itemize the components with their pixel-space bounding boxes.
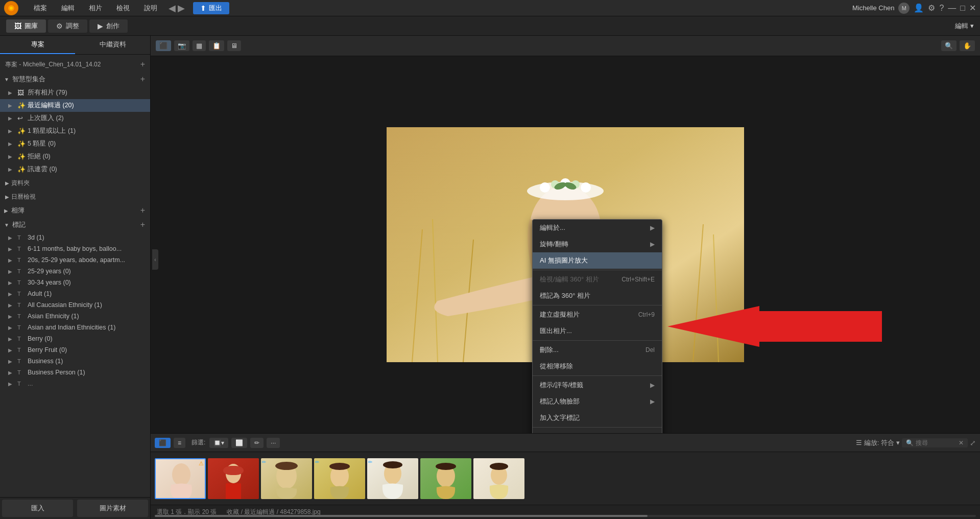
filmstrip-single-btn[interactable]: ⬛	[155, 438, 171, 448]
tab-project[interactable]: 專案	[0, 36, 75, 54]
compare-view-btn[interactable]: 📷	[174, 40, 189, 51]
tag-add-icon[interactable]: +	[140, 220, 145, 229]
thumbnail-3[interactable]: ✏	[261, 458, 312, 499]
tag-item-more[interactable]: ▶ T ...	[0, 378, 150, 389]
fullscreen-btn[interactable]: 🖥	[227, 40, 241, 51]
export-button[interactable]: ⬆ 匯出	[193, 2, 229, 14]
thumbnail-4[interactable]: ✏	[314, 458, 365, 499]
search-input[interactable]	[916, 439, 957, 446]
filter-dropdown-btn[interactable]: 🔲 ▾	[209, 438, 228, 448]
sidebar-item-recent-edited[interactable]: ▶ ✨ 最近編輯過 (20)	[0, 99, 150, 112]
context-rate-tag[interactable]: 標示/評等/標籤 ▶	[533, 377, 662, 393]
context-remove-from-album[interactable]: 從相簿移除	[533, 358, 662, 374]
thumbnail-1[interactable]: ⚠	[155, 458, 206, 499]
sort-dropdown[interactable]: ☰ 編放: 符合 ▾	[856, 438, 900, 447]
menu-photo[interactable]: 相片	[86, 3, 105, 14]
filmstrip-search-bar[interactable]: 🔍 ✕	[902, 438, 968, 447]
tag-item-asian[interactable]: ▶ T Asian Ethnicity (1)	[0, 311, 150, 322]
panel-toggle[interactable]: ‹	[152, 249, 158, 270]
tag-icon: T	[17, 381, 26, 387]
tab-intermediate[interactable]: 中繼資料	[75, 36, 150, 54]
calendar-section[interactable]: ▶ 日曆檢視	[0, 190, 150, 203]
edit-badge: ✏	[315, 459, 319, 465]
tag-item-25-29[interactable]: ▶ T 25-29 years (0)	[0, 266, 150, 277]
tag-section[interactable]: ▼ 標記 +	[0, 218, 150, 232]
menu-edit[interactable]: 編輯	[58, 3, 78, 14]
menu-file[interactable]: 檔案	[31, 3, 50, 14]
stock-button[interactable]: 圖片素材	[77, 500, 148, 517]
context-add-text-tag[interactable]: 加入文字標記	[533, 410, 662, 426]
settings-icon[interactable]: ⚙	[928, 3, 935, 13]
maximize-icon[interactable]: □	[960, 4, 965, 13]
context-export[interactable]: 匯出相片...	[533, 323, 662, 339]
context-virtual-photo[interactable]: 建立虛擬相片 Ctrl+9	[533, 306, 662, 323]
five-star-label: 5 顆星 (0)	[28, 139, 146, 148]
thumbnail-5[interactable]: ✏	[367, 458, 418, 499]
sidebar-item-one-star[interactable]: ▶ ✨ 1 顆星或以上 (1)	[0, 125, 150, 137]
tag-item-3d[interactable]: ▶ T 3d (1)	[0, 232, 150, 243]
thumbnail-2[interactable]	[208, 458, 259, 499]
tag-item-20s[interactable]: ▶ T 20s, 25-29 years, abode, apartm...	[0, 254, 150, 266]
mode-create-btn[interactable]: ▶ 創作	[89, 19, 128, 33]
filter-more-btn[interactable]: ···	[267, 438, 280, 448]
tag-item-caucasian[interactable]: ▶ T All Caucasian Ethnicity (1)	[0, 299, 150, 311]
tag-item-adult[interactable]: ▶ T Adult (1)	[0, 288, 150, 299]
tag-icon: T	[17, 291, 26, 297]
thumbnail-7[interactable]	[473, 458, 524, 499]
help-icon[interactable]: ?	[939, 4, 944, 13]
thumbnail-6[interactable]	[420, 458, 471, 499]
smart-collection-add-icon[interactable]: +	[140, 75, 145, 84]
edit-badge: ✏	[262, 459, 266, 465]
tag-item-berry[interactable]: ▶ T Berry (0)	[0, 333, 150, 344]
tag-item-business-person[interactable]: ▶ T Business Person (1)	[0, 367, 150, 378]
tag-item-baby[interactable]: ▶ T 6-11 months, baby boys, balloo...	[0, 243, 150, 254]
mode-adjust-btn[interactable]: ⚙ 調整	[48, 19, 87, 33]
search-tool-btn[interactable]: 🔍	[941, 40, 957, 51]
pan-tool-btn[interactable]: ✋	[960, 40, 975, 51]
folder-section[interactable]: ▶ 資料夾	[0, 176, 150, 190]
user-section: Michelle Chen M 👤 ⚙ ? — □ ✕	[852, 3, 976, 14]
sidebar-item-last-import[interactable]: ▶ ↩ 上次匯入 (2)	[0, 112, 150, 125]
project-add-icon[interactable]: +	[140, 60, 145, 69]
nav-forward[interactable]: ▶	[178, 3, 185, 14]
mode-library-btn[interactable]: 🖼 圖庫	[6, 19, 46, 33]
edit-dropdown[interactable]: 編輯 ▾	[955, 21, 974, 31]
tag-item-business[interactable]: ▶ T Business (1)	[0, 356, 150, 367]
album-arrow-icon: ▶	[4, 208, 8, 214]
context-delete[interactable]: 刪除... Del	[533, 342, 662, 358]
filter-aspect-btn[interactable]: ⬜	[231, 438, 247, 448]
context-edit-in[interactable]: 編輯於... ▶	[533, 220, 662, 236]
nav-back[interactable]: ◀	[169, 3, 176, 14]
sidebar-item-cloud[interactable]: ▶ ✨ 訊連雲 (0)	[0, 163, 150, 176]
sidebar-item-rejected[interactable]: ▶ ✨ 拒絕 (0)	[0, 150, 150, 163]
menu-view[interactable]: 檢視	[113, 3, 133, 14]
sidebar-item-five-star[interactable]: ▶ ✨ 5 顆星 (0)	[0, 137, 150, 150]
context-tag-face[interactable]: 標記人物臉部 ▶	[533, 393, 662, 410]
context-mark-360[interactable]: 標記為 360° 相片	[533, 288, 662, 304]
minimize-icon[interactable]: —	[948, 4, 956, 13]
expand-icon[interactable]: ⤢	[970, 439, 976, 447]
tag-item-asian-indian[interactable]: ▶ T Asian and Indian Ethnicities (1)	[0, 322, 150, 333]
user-avatar[interactable]: M	[898, 3, 910, 14]
tag-icon: T	[17, 234, 26, 241]
album-add-icon[interactable]: +	[140, 206, 145, 215]
menu-help[interactable]: 說明	[141, 3, 160, 14]
filmstrip-list-btn[interactable]: ≡	[174, 438, 185, 448]
search-clear-icon[interactable]: ✕	[959, 439, 964, 446]
tag-item-berry-fruit[interactable]: ▶ T Berry Fruit (0)	[0, 344, 150, 356]
import-button[interactable]: 匯入	[2, 500, 73, 517]
main-image-area[interactable]: 編輯於... ▶ 旋轉/翻轉 ▶ AI 無損圖片放大 檢視/編輯 360° 相片…	[151, 56, 980, 433]
album-section[interactable]: ▶ 相簿 +	[0, 203, 150, 218]
context-ai-upscale[interactable]: AI 無損圖片放大	[533, 252, 662, 269]
tag-item-30-34[interactable]: ▶ T 30-34 years (0)	[0, 277, 150, 288]
survey-view-btn[interactable]: 📋	[209, 40, 224, 51]
smart-collection-header[interactable]: ▼ 智慧型集合 +	[0, 72, 150, 86]
sidebar-item-all-photos[interactable]: ▶ 🖼 所有相片 (79)	[0, 86, 150, 99]
grid-view-btn[interactable]: ▦	[193, 40, 206, 51]
filter-edit-btn[interactable]: ✏	[250, 438, 264, 448]
context-rotate[interactable]: 旋轉/翻轉 ▶	[533, 236, 662, 252]
user-icon[interactable]: 👤	[914, 3, 924, 13]
context-show-same-folder[interactable]: 顯示同一資料夾下的相片	[533, 429, 662, 433]
single-view-btn[interactable]: ⬛	[156, 40, 171, 51]
close-icon[interactable]: ✕	[969, 3, 976, 13]
